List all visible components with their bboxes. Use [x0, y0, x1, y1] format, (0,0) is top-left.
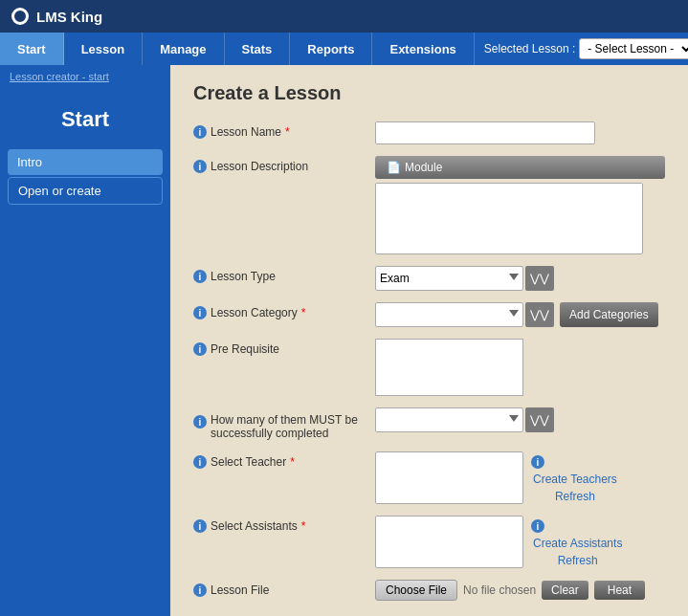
lesson-name-row: i Lesson Name *: [193, 121, 665, 144]
app-logo-icon: [11, 8, 29, 25]
sidebar-breadcrumb[interactable]: Lesson creator - start: [0, 65, 170, 88]
pre-req-info-icon[interactable]: i: [193, 342, 207, 356]
content-area: Create a Lesson i Lesson Name * i Lesson…: [170, 65, 688, 616]
lesson-cat-info-icon[interactable]: i: [193, 306, 207, 319]
how-many-wrap: ⋁⋁: [375, 407, 665, 432]
sidebar-item-intro[interactable]: Intro: [8, 149, 163, 175]
lesson-type-label: i Lesson Type: [193, 266, 375, 283]
nav-tab-lesson[interactable]: Lesson: [64, 33, 144, 65]
clear-button[interactable]: Clear: [542, 581, 588, 600]
lesson-category-select[interactable]: [375, 302, 523, 327]
lesson-desc-info-icon[interactable]: i: [193, 160, 207, 173]
lesson-category-arrow-btn[interactable]: ⋁⋁: [525, 302, 554, 327]
lesson-description-textarea[interactable]: [375, 183, 643, 254]
teacher-textarea[interactable]: [375, 451, 523, 504]
nav-tab-manage[interactable]: Manage: [143, 33, 224, 65]
teacher-create-info-icon: i: [531, 455, 544, 469]
lesson-file-wrap: Choose File No file chosen Clear Heat: [375, 580, 665, 601]
pre-requisite-row: i Pre Requisite: [193, 339, 665, 396]
how-many-label: i How many of them MUST be successfully …: [193, 407, 375, 440]
lesson-name-input-wrap: [375, 121, 665, 144]
teacher-info-icon[interactable]: i: [193, 455, 207, 469]
lesson-file-label: i Lesson File: [193, 580, 375, 597]
how-many-info-icon[interactable]: i: [193, 415, 207, 429]
selected-lesson-label: Selected Lesson :: [484, 42, 575, 55]
refresh-assistants-button[interactable]: Refresh: [531, 554, 624, 567]
lesson-type-info-icon[interactable]: i: [193, 270, 207, 283]
select-assistants-label: i Select Assistants *: [193, 516, 375, 533]
assistants-info-icon[interactable]: i: [193, 519, 207, 533]
choose-file-button[interactable]: Choose File: [375, 580, 457, 601]
sidebar-item-open-create[interactable]: Open or create: [8, 177, 163, 205]
lesson-name-input[interactable]: [375, 121, 595, 144]
lesson-type-select[interactable]: Exam: [375, 266, 523, 291]
nav-tab-stats[interactable]: Stats: [225, 33, 291, 65]
module-icon: 📄: [387, 161, 401, 174]
lesson-category-wrap: ⋁⋁ Add Categories: [375, 302, 665, 327]
lesson-file-row: i Lesson File Choose File No file chosen…: [193, 580, 665, 606]
nav-tab-extensions[interactable]: Extensions: [372, 33, 474, 65]
lesson-type-arrow-btn[interactable]: ⋁⋁: [525, 266, 554, 291]
page-title: Create a Lesson: [193, 82, 665, 104]
select-teacher-wrap: i Create Teachers Refresh: [375, 451, 665, 504]
lesson-description-wrap: 📄 Module: [375, 156, 665, 254]
sidebar: Lesson creator - start Start Intro Open …: [0, 65, 170, 616]
select-assistants-wrap: i Create Assistants Refresh: [375, 516, 665, 568]
lesson-name-label: i Lesson Name *: [193, 121, 375, 139]
lesson-category-row: i Lesson Category * ⋁⋁ Add Categories: [193, 302, 665, 327]
assistants-create-info-icon: i: [531, 519, 544, 533]
create-assistants-button[interactable]: Create Assistants: [531, 537, 624, 550]
navbar: Start Lesson Manage Stats Reports Extens…: [0, 33, 688, 65]
nav-tab-start[interactable]: Start: [0, 33, 64, 65]
lesson-category-label: i Lesson Category *: [193, 302, 375, 319]
how-many-arrow-btn[interactable]: ⋁⋁: [525, 407, 554, 432]
select-assistants-row: i Select Assistants * i Create Assistant…: [193, 516, 665, 568]
pre-requisite-label: i Pre Requisite: [193, 339, 375, 356]
pre-requisite-wrap: [375, 339, 665, 396]
lesson-description-label: i Lesson Description: [193, 156, 375, 173]
lesson-description-row: i Lesson Description 📄 Module: [193, 156, 665, 254]
lesson-type-wrap: Exam ⋁⋁: [375, 266, 665, 291]
sidebar-title: Start: [0, 88, 170, 147]
no-file-chosen-label: No file chosen: [463, 583, 536, 597]
nav-tab-reports[interactable]: Reports: [290, 33, 372, 65]
lesson-type-row: i Lesson Type Exam ⋁⋁: [193, 266, 665, 291]
app-title: LMS King: [36, 9, 102, 25]
add-categories-button[interactable]: Add Categories: [560, 302, 658, 327]
lesson-file-info-icon[interactable]: i: [193, 583, 207, 597]
create-teachers-button[interactable]: Create Teachers: [531, 473, 619, 486]
assistants-textarea[interactable]: [375, 516, 523, 568]
selected-lesson-select[interactable]: - Select Lesson -: [579, 38, 688, 59]
module-button[interactable]: 📄 Module: [375, 156, 665, 179]
select-teacher-row: i Select Teacher * i Create Teachers Ref…: [193, 451, 665, 504]
titlebar: LMS King: [0, 0, 688, 33]
refresh-teachers-button[interactable]: Refresh: [531, 490, 619, 503]
select-teacher-label: i Select Teacher *: [193, 451, 375, 469]
main-layout: Lesson creator - start Start Intro Open …: [0, 65, 688, 616]
how-many-row: i How many of them MUST be successfully …: [193, 407, 665, 440]
heat-button[interactable]: Heat: [594, 581, 645, 600]
lesson-name-info-icon[interactable]: i: [193, 125, 207, 139]
pre-requisite-list[interactable]: [375, 339, 523, 396]
how-many-select[interactable]: [375, 407, 523, 432]
